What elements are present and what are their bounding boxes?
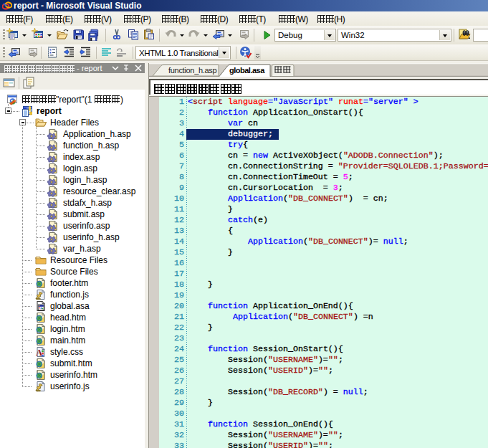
svg-text:function_h.asp: function_h.asp	[168, 66, 217, 75]
svg-text:A: A	[36, 348, 42, 358]
svg-text:global.asa: global.asa	[229, 66, 265, 75]
